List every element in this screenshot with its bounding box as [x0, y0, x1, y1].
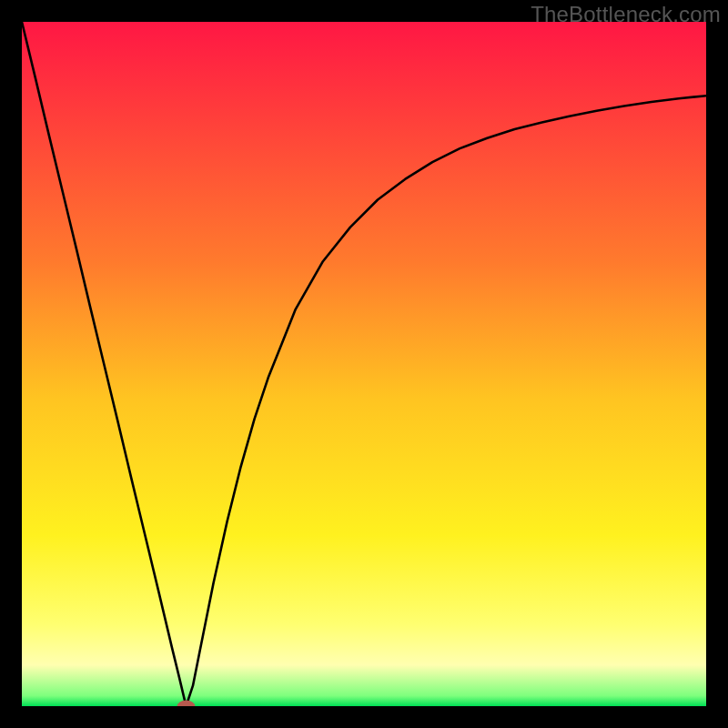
chart-svg: [22, 22, 706, 706]
chart-background: [22, 22, 706, 706]
chart-frame: [22, 22, 706, 706]
